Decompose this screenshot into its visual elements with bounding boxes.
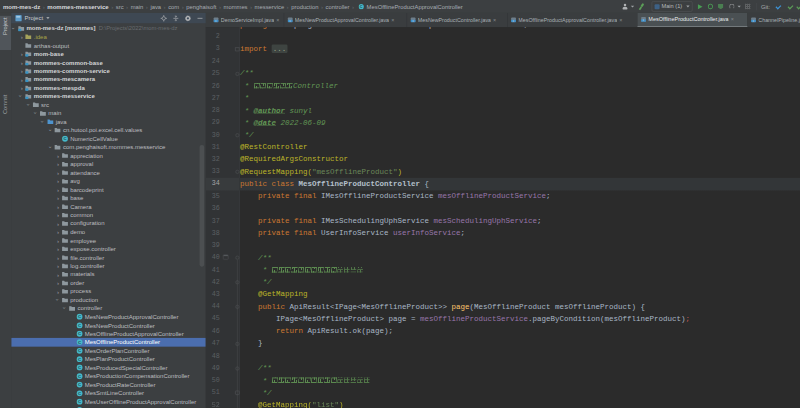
svg-text:C: C <box>360 5 363 9</box>
